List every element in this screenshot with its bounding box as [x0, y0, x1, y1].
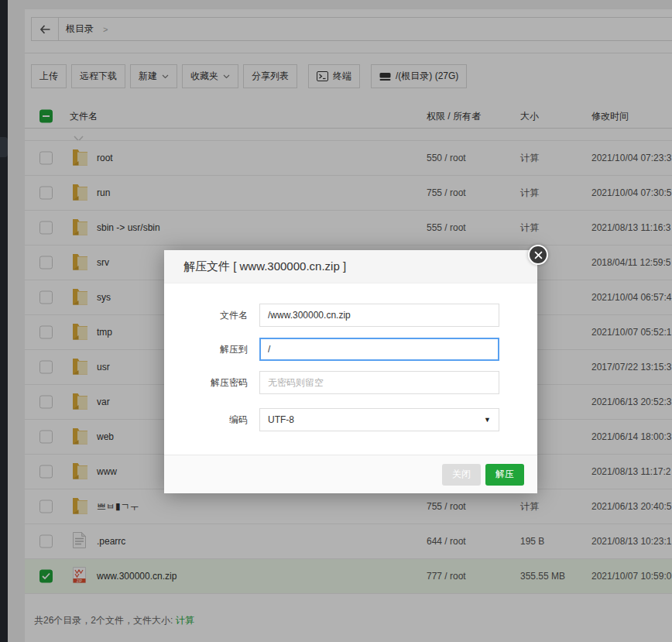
form-row-filename: 文件名	[164, 304, 537, 327]
extract-to-input[interactable]	[259, 338, 499, 361]
field-label: 解压到	[164, 343, 248, 356]
dialog-title: 解压文件 [ www.300000.cn.zip ]	[183, 259, 346, 274]
form-row-password: 解压密码	[164, 371, 537, 394]
close-icon	[534, 251, 543, 259]
form-row-extract-to: 解压到	[164, 338, 537, 361]
field-label: 编码	[164, 414, 248, 427]
extract-dialog: 解压文件 [ www.300000.cn.zip ] 文件名解压到解压密码编码U…	[164, 250, 537, 493]
dialog-footer: 关闭 解压	[164, 455, 537, 493]
filename-input[interactable]	[259, 304, 499, 327]
form-row-encoding: 编码UTF-8▼	[164, 408, 537, 431]
dialog-body: 文件名解压到解压密码编码UTF-8▼	[164, 283, 537, 431]
field-label: 文件名	[164, 309, 248, 322]
dialog-header: 解压文件 [ www.300000.cn.zip ]	[164, 250, 537, 283]
select-arrow-icon: ▼	[484, 416, 491, 424]
dialog-confirm-button[interactable]: 解压	[485, 464, 524, 486]
encoding-select[interactable]: UTF-8▼	[259, 408, 499, 431]
dialog-cancel-button[interactable]: 关闭	[442, 464, 481, 486]
dialog-close-button[interactable]	[528, 245, 548, 265]
field-label: 解压密码	[164, 376, 248, 390]
password-input[interactable]	[259, 371, 499, 394]
